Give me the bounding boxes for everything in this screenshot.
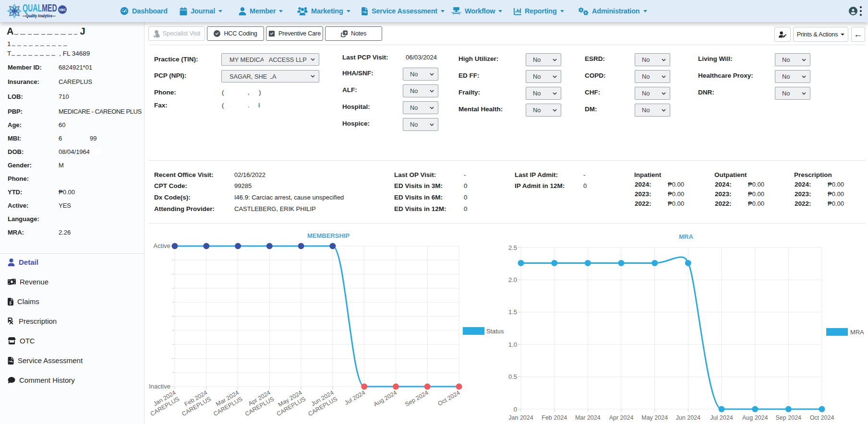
svg-text:0.5: 0.5 bbox=[508, 373, 517, 380]
svg-text:Jun 2024: Jun 2024 bbox=[676, 414, 700, 421]
svg-text:Apr 2024: Apr 2024 bbox=[609, 414, 634, 421]
svg-text:Oct 2024: Oct 2024 bbox=[810, 414, 834, 421]
svg-text:Sep 2024: Sep 2024 bbox=[776, 414, 802, 421]
svg-text:Feb 2024: Feb 2024 bbox=[542, 414, 567, 421]
svg-text:Jan 2024: Jan 2024 bbox=[508, 414, 533, 421]
svg-text:Active: Active bbox=[154, 242, 170, 249]
svg-text:Aug 2024: Aug 2024 bbox=[373, 389, 398, 408]
svg-text:Jul 2024: Jul 2024 bbox=[710, 414, 733, 421]
svg-text:MRA: MRA bbox=[850, 329, 864, 336]
svg-text:1.0: 1.0 bbox=[508, 341, 517, 348]
svg-text:Inactive: Inactive bbox=[149, 383, 170, 390]
svg-text:Sep 2024: Sep 2024 bbox=[404, 389, 429, 408]
svg-text:MEMBERSHIP: MEMBERSHIP bbox=[307, 232, 350, 239]
svg-text:2.0: 2.0 bbox=[508, 276, 517, 283]
svg-text:Jul 2024: Jul 2024 bbox=[343, 389, 366, 406]
svg-text:May 2024: May 2024 bbox=[641, 414, 668, 421]
svg-text:2.5: 2.5 bbox=[508, 244, 517, 251]
svg-text:Aug 2024: Aug 2024 bbox=[742, 414, 768, 421]
svg-text:Oct 2024: Oct 2024 bbox=[437, 389, 461, 407]
svg-text:0: 0 bbox=[514, 406, 517, 413]
svg-text:Status: Status bbox=[486, 328, 504, 335]
svg-text:1.5: 1.5 bbox=[508, 308, 517, 316]
svg-text:MRA: MRA bbox=[679, 233, 693, 240]
svg-text:Mar 2024: Mar 2024 bbox=[575, 414, 601, 421]
